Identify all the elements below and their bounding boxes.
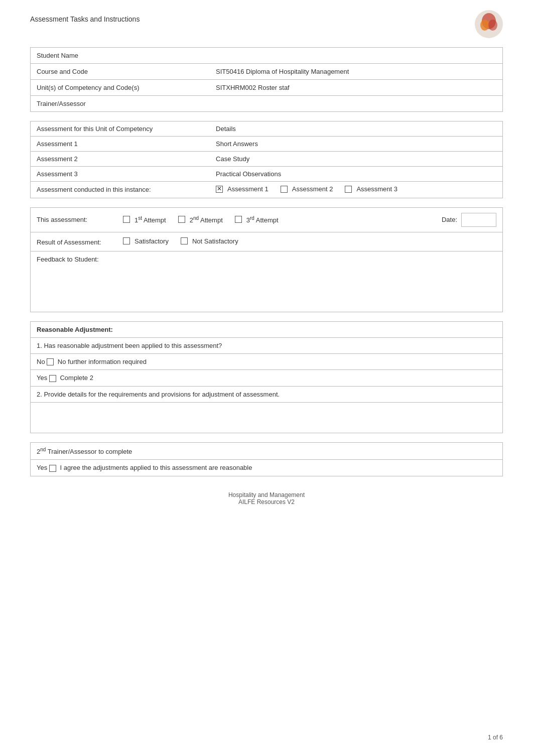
assessment-table-row: Assessment 2Case Study bbox=[31, 152, 503, 167]
trainer-yes-checkbox[interactable] bbox=[49, 465, 56, 472]
not-satisfactory-checkbox[interactable] bbox=[181, 237, 188, 244]
info-value: SIT50416 Diploma of Hospitality Manageme… bbox=[210, 64, 502, 80]
trainer-title: 2nd Trainer/Assessor to complete bbox=[37, 448, 132, 455]
info-label: Course and Code bbox=[31, 64, 210, 80]
date-text: Date: bbox=[442, 216, 457, 223]
satisfactory-item: Satisfactory bbox=[123, 237, 169, 245]
not-satisfactory-item: Not Satisfactory bbox=[181, 237, 238, 245]
ra-yes-label: Complete 2 bbox=[60, 374, 93, 382]
attempt-2-item: 2nd Attempt bbox=[178, 215, 223, 224]
assessment-label: Assessment 1 bbox=[31, 137, 210, 152]
attempt-checkboxes: 1st Attempt 2nd Attempt 3rd Attempt bbox=[123, 215, 426, 224]
ra-no-label: No further information required bbox=[58, 358, 147, 365]
info-table-row: Course and CodeSIT50416 Diploma of Hospi… bbox=[31, 64, 503, 80]
assessment-table-row: Assessment for this Unit of CompetencyDe… bbox=[31, 121, 503, 137]
attempt-section: This assessment: 1st Attempt 2nd Attempt… bbox=[30, 207, 503, 312]
svg-point-2 bbox=[480, 20, 489, 31]
feedback-label: Feedback to Student: bbox=[37, 256, 496, 263]
ra-yes-prefix: Yes bbox=[37, 374, 49, 382]
result-label: Result of Assessment: bbox=[37, 237, 107, 246]
assessment-table-row: Assessment 3Practical Observations bbox=[31, 167, 503, 182]
ra-item2: 2. Provide details for the requirements … bbox=[37, 391, 280, 398]
info-value bbox=[210, 96, 502, 112]
assessment-checkbox-label: Assessment 3 bbox=[356, 185, 397, 193]
assessment-checkbox-label: Assessment 1 bbox=[227, 185, 269, 193]
attempt-3-item: 3rd Attempt bbox=[235, 215, 279, 224]
info-label: Student Name bbox=[31, 48, 210, 64]
info-table-row: Unit(s) of Competency and Code(s)SITXHRM… bbox=[31, 80, 503, 96]
ra-item1: 1. Has reasonable adjustment been applie… bbox=[37, 342, 222, 349]
assessment-table-row: Assessment 1Short Answers bbox=[31, 137, 503, 152]
satisfactory-checkbox[interactable] bbox=[123, 237, 130, 244]
attempt-3-label: 3rd Attempt bbox=[246, 215, 279, 224]
assessment-value: Practical Observations bbox=[210, 167, 502, 182]
page-number: 1 of 6 bbox=[488, 734, 503, 741]
info-label: Trainer/Assessor bbox=[31, 96, 210, 112]
not-satisfactory-label: Not Satisfactory bbox=[192, 237, 238, 245]
assessment-checkbox-label: Assessment 2 bbox=[292, 185, 333, 193]
attempt-2-checkbox[interactable] bbox=[178, 216, 185, 223]
reasonable-adjustment-section: Reasonable Adjustment: 1. Has reasonable… bbox=[30, 321, 503, 433]
this-assessment-label: This assessment: bbox=[37, 216, 107, 223]
info-label: Unit(s) of Competency and Code(s) bbox=[31, 80, 210, 96]
page-title: Assessment Tasks and Instructions bbox=[30, 10, 140, 23]
trainer-title-row: 2nd Trainer/Assessor to complete bbox=[31, 443, 502, 460]
assessment-label: Assessment 2 bbox=[31, 152, 210, 167]
assessment-checkbox-2[interactable] bbox=[281, 186, 288, 193]
logo-icon bbox=[475, 10, 503, 38]
ra-yes-checkbox[interactable] bbox=[49, 375, 56, 382]
second-trainer-section: 2nd Trainer/Assessor to complete Yes I a… bbox=[30, 442, 503, 476]
result-row: Result of Assessment: Satisfactory Not S… bbox=[31, 232, 502, 251]
assessment-checkbox-3[interactable] bbox=[345, 186, 352, 193]
attempt-2-label: 2nd Attempt bbox=[190, 215, 223, 224]
footer-line2: AILFE Resources V2 bbox=[30, 498, 503, 506]
assessment-value: Details bbox=[210, 121, 502, 137]
assessment-checkbox-1[interactable] bbox=[216, 186, 223, 193]
assessment-value: Short Answers bbox=[210, 137, 502, 152]
footer-line1: Hospitality and Management bbox=[30, 491, 503, 498]
satisfactory-label: Satisfactory bbox=[135, 237, 169, 245]
assessment-value: Case Study bbox=[210, 152, 502, 167]
ra-details-area bbox=[31, 403, 502, 433]
assessment-checkbox-item: Assessment 2 bbox=[281, 185, 333, 193]
info-value bbox=[210, 48, 502, 64]
assessment-table-row: Assessment conducted in this instance:As… bbox=[31, 182, 503, 198]
attempt-1-item: 1st Attempt bbox=[123, 215, 166, 224]
ra-yes-row: Yes Complete 2 bbox=[31, 370, 502, 387]
assessment-label: Assessment conducted in this instance: bbox=[31, 182, 210, 198]
assessment-label: Assessment for this Unit of Competency bbox=[31, 121, 210, 137]
attempt-3-checkbox[interactable] bbox=[235, 216, 242, 223]
info-value: SITXHRM002 Roster staf bbox=[210, 80, 502, 96]
attempt-1-label: 1st Attempt bbox=[135, 215, 166, 224]
ra-title: Reasonable Adjustment: bbox=[37, 326, 113, 333]
info-table: Student NameCourse and CodeSIT50416 Dipl… bbox=[30, 47, 503, 112]
ra-no-prefix: No bbox=[37, 358, 47, 365]
trainer-yes-prefix: Yes bbox=[37, 464, 49, 471]
attempt-row: This assessment: 1st Attempt 2nd Attempt… bbox=[31, 208, 502, 232]
assessment-label: Assessment 3 bbox=[31, 167, 210, 182]
ra-title-row: Reasonable Adjustment: bbox=[31, 322, 502, 338]
svg-point-3 bbox=[488, 20, 497, 31]
ra-no-checkbox[interactable] bbox=[47, 358, 54, 365]
ra-item1-row: 1. Has reasonable adjustment been applie… bbox=[31, 338, 502, 354]
feedback-row: Feedback to Student: bbox=[31, 251, 502, 312]
ra-item2-row: 2. Provide details for the requirements … bbox=[31, 387, 502, 403]
info-table-row: Student Name bbox=[31, 48, 503, 64]
date-input[interactable] bbox=[461, 213, 496, 227]
assessment-checkbox-item: Assessment 3 bbox=[345, 185, 397, 193]
attempt-1-checkbox[interactable] bbox=[123, 216, 130, 223]
info-table-row: Trainer/Assessor bbox=[31, 96, 503, 112]
trainer-yes-label: I agree the adjustments applied to this … bbox=[60, 464, 252, 471]
trainer-yes-row: Yes I agree the adjustments applied to t… bbox=[31, 460, 502, 476]
assessment-checkbox-item: Assessment 1 bbox=[216, 185, 269, 193]
date-label-area: Date: bbox=[442, 213, 496, 227]
page-header: Assessment Tasks and Instructions bbox=[30, 10, 503, 38]
ra-no-row: No No further information required bbox=[31, 354, 502, 370]
page-footer: Hospitality and Management AILFE Resourc… bbox=[30, 491, 503, 506]
assessment-table: Assessment for this Unit of CompetencyDe… bbox=[30, 121, 503, 198]
result-checkboxes: Satisfactory Not Satisfactory bbox=[123, 237, 238, 245]
assessment-value: Assessment 1Assessment 2Assessment 3 bbox=[210, 182, 502, 198]
